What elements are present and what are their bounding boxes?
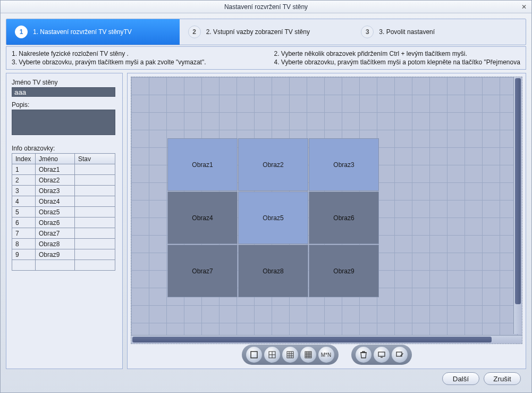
table-row[interactable]: 4Obraz4 — [12, 196, 115, 207]
rename-button[interactable] — [374, 347, 390, 363]
sidebar: Jméno TV stěny Popis: Info obrazovky: In… — [6, 73, 123, 369]
grid-3x3-icon — [286, 350, 294, 359]
col-status[interactable]: Stav — [75, 154, 115, 164]
tvwall-desc-label: Popis: — [12, 101, 117, 108]
cell-index: 4 — [12, 196, 36, 207]
cell-status — [75, 239, 115, 249]
screen-cell[interactable]: Obraz2 — [238, 138, 308, 191]
table-row[interactable]: 9Obraz9 — [12, 249, 115, 260]
canvas-toolbar: M*N — [131, 344, 522, 365]
cancel-button[interactable]: Zrušit — [484, 372, 521, 385]
screen-info-table-wrap: Index Jméno Stav 1Obraz12Obraz23Obraz34O… — [12, 153, 117, 271]
trash-icon — [359, 350, 368, 359]
step-label: 1. Nastavení rozvržení TV stěnyTV — [33, 28, 132, 36]
grid-mxn-label: M*N — [321, 352, 331, 358]
delete-button[interactable] — [356, 347, 371, 363]
instruction-2: 2. Vyberte několik obrazovek přidržením … — [274, 50, 521, 57]
cell-name: Obraz6 — [36, 218, 75, 228]
cell-name: Obraz2 — [36, 175, 75, 186]
screen-cell[interactable]: Obraz9 — [309, 245, 379, 297]
window-title: Nastavení rozvržení TV stěny — [224, 3, 308, 11]
content: 1 1. Nastavení rozvržení TV stěnyTV 2 2.… — [1, 13, 531, 392]
cell-status — [75, 228, 115, 239]
tvwall-desc-input[interactable] — [12, 110, 115, 135]
step-number-icon: 3 — [361, 26, 374, 38]
cell-status — [75, 196, 115, 207]
next-button[interactable]: Další — [442, 372, 479, 385]
step-number-icon: 1 — [15, 26, 28, 38]
svg-rect-4 — [287, 352, 293, 358]
cell-index: 5 — [12, 207, 36, 218]
cell-status — [75, 249, 115, 260]
step-label: 2. Vstupní vazby zobrazení TV stěny — [206, 28, 310, 36]
cell-status — [75, 207, 115, 218]
cell-name: Obraz9 — [36, 249, 75, 260]
screen-action-tools — [351, 345, 412, 365]
screen-info-table: Index Jméno Stav 1Obraz12Obraz23Obraz34O… — [12, 153, 115, 271]
screen-cell[interactable]: Obraz7 — [167, 245, 238, 297]
canvas-scrollbar-horizontal[interactable] — [131, 335, 522, 344]
canvas-scrollbar-vertical[interactable] — [513, 77, 522, 334]
cell-index: 1 — [12, 164, 36, 175]
table-row[interactable]: 5Obraz5 — [12, 207, 115, 218]
wizard-step-1[interactable]: 1 1. Nastavení rozvržení TV stěnyTV — [6, 19, 180, 45]
dialog-window: Nastavení rozvržení TV stěny ✕ 1 1. Nast… — [0, 0, 532, 393]
screen-cell[interactable]: Obraz1 — [167, 138, 238, 191]
table-row-empty — [12, 260, 115, 271]
close-icon[interactable]: ✕ — [520, 3, 528, 11]
cell-status — [75, 175, 115, 186]
main-area: Jméno TV stěny Popis: Info obrazovky: In… — [6, 73, 526, 369]
scrollbar-thumb[interactable] — [132, 337, 492, 342]
grid-3x3-button[interactable] — [282, 347, 298, 363]
instruction-4: 4. Vyberte obrazovku, pravým tlačítkem m… — [274, 58, 521, 66]
display-icon — [377, 350, 386, 359]
cell-index: 9 — [12, 249, 36, 260]
wizard-steps: 1 1. Nastavení rozvržení TV stěnyTV 2 2.… — [6, 19, 526, 45]
cell-index: 2 — [12, 175, 36, 186]
titlebar: Nastavení rozvržení TV stěny ✕ — [1, 1, 531, 13]
table-row[interactable]: 7Obraz7 — [12, 228, 115, 239]
cell-status — [75, 186, 115, 196]
screen-cell[interactable]: Obraz8 — [238, 245, 308, 297]
grid-2x2-icon — [268, 350, 276, 359]
layout-canvas[interactable]: Obraz1Obraz2Obraz3Obraz4Obraz5Obraz6Obra… — [131, 77, 522, 344]
cell-index: 6 — [12, 218, 36, 228]
tvwall-name-input[interactable] — [12, 87, 115, 97]
canvas-panel: Obraz1Obraz2Obraz3Obraz4Obraz5Obraz6Obra… — [127, 73, 526, 369]
cell-index: 3 — [12, 186, 36, 196]
col-name[interactable]: Jméno — [36, 154, 75, 164]
table-row[interactable]: 2Obraz2 — [12, 175, 115, 186]
cell-name: Obraz7 — [36, 228, 75, 239]
cell-name: Obraz3 — [36, 186, 75, 196]
scrollbar-thumb[interactable] — [515, 78, 521, 304]
table-row[interactable]: 8Obraz8 — [12, 239, 115, 249]
grid-mxn-button[interactable]: M*N — [318, 347, 334, 363]
svg-rect-17 — [378, 352, 385, 356]
table-row[interactable]: 6Obraz6 — [12, 218, 115, 228]
cell-name: Obraz5 — [36, 207, 75, 218]
screen-info-label: Info obrazovky: — [12, 145, 117, 152]
wizard-step-2[interactable]: 2 2. Vstupní vazby zobrazení TV stěny — [180, 19, 353, 45]
screen-cell[interactable]: Obraz4 — [167, 191, 238, 244]
cell-name: Obraz1 — [36, 164, 75, 175]
step-label: 3. Povolit nastavení — [379, 28, 435, 36]
table-header-row: Index Jméno Stav — [12, 154, 115, 164]
cell-name: Obraz4 — [36, 196, 75, 207]
grid-1x1-button[interactable] — [246, 347, 262, 363]
screen-cell[interactable]: Obraz5 — [238, 191, 308, 244]
screen-cell[interactable]: Obraz6 — [309, 191, 379, 244]
footer: Další Zrušit — [6, 369, 526, 388]
step-number-icon: 2 — [188, 26, 201, 38]
table-row[interactable]: 3Obraz3 — [12, 186, 115, 196]
edit-icon — [395, 350, 404, 359]
wizard-step-3[interactable]: 3 3. Povolit nastavení — [352, 19, 526, 45]
edit-button[interactable] — [392, 347, 408, 363]
grid-2x2-button[interactable] — [264, 347, 280, 363]
table-row[interactable]: 1Obraz1 — [12, 164, 115, 175]
col-index[interactable]: Index — [12, 154, 36, 164]
grid-4x4-button[interactable] — [300, 347, 316, 363]
cell-name: Obraz8 — [36, 239, 75, 249]
screen-cell[interactable]: Obraz3 — [309, 138, 379, 191]
cell-status — [75, 164, 115, 175]
grid-1x1-icon — [250, 350, 258, 359]
